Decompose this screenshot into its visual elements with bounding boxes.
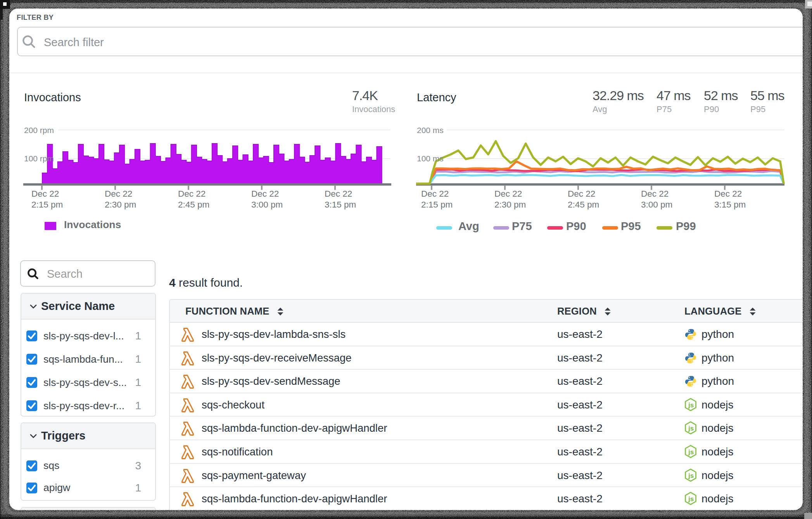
svg-text:js: js	[688, 448, 694, 455]
svg-text:200 rpm: 200 rpm	[24, 126, 54, 135]
svg-text:200 ms: 200 ms	[417, 126, 444, 135]
svg-text:js: js	[688, 472, 694, 479]
svg-text:js: js	[688, 401, 694, 408]
svg-text:100 ms: 100 ms	[417, 154, 444, 163]
svg-text:js: js	[688, 495, 694, 503]
svg-text:js: js	[688, 425, 694, 432]
svg-text:100 rpm: 100 rpm	[24, 154, 54, 163]
